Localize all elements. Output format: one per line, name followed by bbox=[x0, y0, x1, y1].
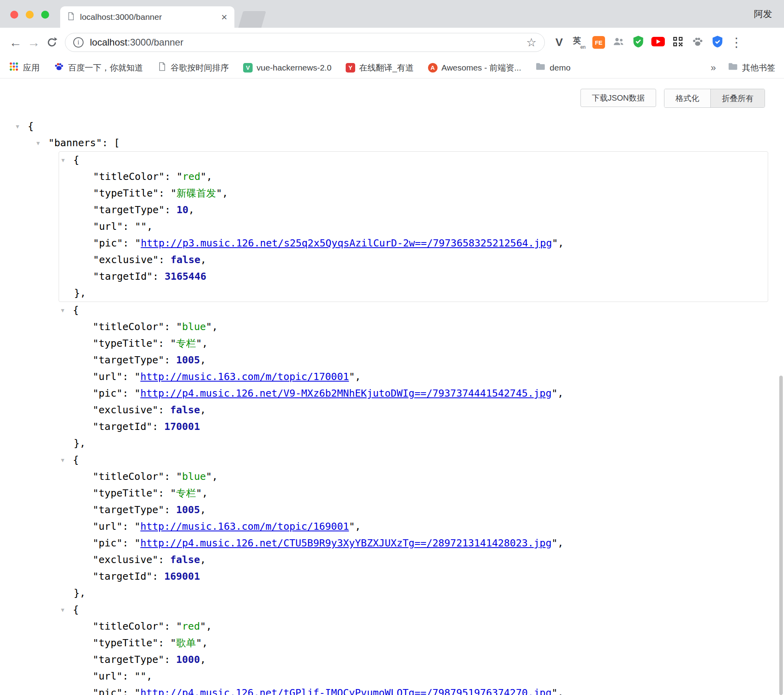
paw-extension-icon bbox=[692, 36, 704, 49]
collapse-toggle-icon[interactable]: ▼ bbox=[36, 135, 48, 151]
collapse-toggle-icon[interactable]: ▼ bbox=[61, 452, 73, 468]
collapse-all-button[interactable]: 折叠所有 bbox=[710, 89, 765, 107]
extension-button[interactable] bbox=[709, 34, 726, 51]
collapse-toggle-icon[interactable]: ▼ bbox=[16, 118, 28, 135]
json-value-string: 专栏 bbox=[176, 338, 196, 349]
json-key: "targetId" bbox=[93, 571, 152, 582]
extension-button[interactable]: V bbox=[550, 34, 568, 51]
json-key: "exclusive" bbox=[93, 254, 159, 265]
json-key: "url" bbox=[93, 371, 122, 382]
json-value-number: 10 bbox=[177, 204, 188, 216]
json-key: "url" bbox=[93, 521, 122, 532]
url-text[interactable]: localhost:3000/banner bbox=[90, 37, 183, 48]
url-input[interactable]: i localhost:3000/banner ☆ bbox=[65, 33, 545, 52]
bookmark-label: 谷歌按时间排序 bbox=[171, 62, 229, 73]
bookmarks-overflow-icon[interactable]: » bbox=[711, 62, 716, 73]
json-key: "targetType" bbox=[93, 654, 164, 665]
extension-button[interactable]: 英en bbox=[570, 34, 588, 51]
tab-title: localhost:3000/banner bbox=[80, 12, 216, 22]
bookmark-star-icon[interactable]: ☆ bbox=[526, 36, 537, 49]
json-line: "pic": "http://p4.music.126.net/V9-MXz6b… bbox=[59, 385, 784, 402]
extension-button[interactable] bbox=[649, 34, 667, 51]
back-button[interactable]: ← bbox=[6, 33, 25, 52]
browser-profile-name[interactable]: 阿发 bbox=[754, 8, 772, 20]
page-content: 下载JSON数据 格式化 折叠所有 ▼{▼"banners": [▼{"titl… bbox=[0, 89, 784, 695]
json-line: ▼{ bbox=[59, 452, 784, 468]
json-line: ▼{ bbox=[59, 302, 784, 319]
bookmark-item[interactable]: demo bbox=[535, 61, 571, 74]
json-value-string: blue bbox=[182, 471, 206, 482]
json-line: ▼{ bbox=[59, 152, 768, 168]
json-key: "titleColor" bbox=[93, 321, 164, 332]
collapse-toggle-icon[interactable]: ▼ bbox=[61, 302, 73, 319]
json-value-boolean: false bbox=[170, 554, 200, 565]
json-line: "exclusive": false, bbox=[59, 552, 784, 568]
close-tab-icon[interactable]: × bbox=[221, 12, 228, 22]
collapse-toggle-icon[interactable]: ▼ bbox=[61, 601, 73, 618]
format-collapse-button-group: 格式化 折叠所有 bbox=[664, 89, 765, 108]
json-line: "exclusive": false, bbox=[59, 402, 784, 418]
other-bookmarks-folder[interactable]: 其他书签 bbox=[728, 61, 775, 74]
bookmark-item[interactable]: Vvue-hackernews-2.0 bbox=[243, 63, 331, 73]
bookmarks-bar: 应用百度一下，你就知道谷歌按时间排序Vvue-hackernews-2.0Y在线… bbox=[0, 57, 784, 78]
baidu-paw-icon bbox=[54, 61, 64, 74]
bookmark-item[interactable]: 应用 bbox=[9, 61, 40, 74]
bookmark-item[interactable]: 百度一下，你就知道 bbox=[54, 61, 143, 74]
json-line: }, bbox=[59, 585, 784, 601]
json-key: "typeTitle" bbox=[93, 487, 158, 499]
bookmark-label: vue-hackernews-2.0 bbox=[257, 63, 331, 73]
fullscreen-window-button[interactable] bbox=[41, 11, 49, 19]
fe-extension-icon: FE bbox=[592, 36, 605, 49]
extension-button[interactable] bbox=[630, 34, 647, 51]
browser-menu-icon[interactable]: ⋮ bbox=[726, 35, 747, 50]
json-key: "typeTitle" bbox=[93, 187, 159, 199]
bookmark-item[interactable]: AAwesomes - 前端资... bbox=[428, 62, 521, 73]
json-line: "url": "", bbox=[59, 218, 768, 235]
json-key: "targetType" bbox=[93, 504, 164, 516]
new-tab-button[interactable] bbox=[238, 11, 266, 28]
json-value-string: 专栏 bbox=[176, 487, 196, 499]
bookmark-item[interactable]: 谷歌按时间排序 bbox=[157, 62, 229, 73]
json-value-number: 1000 bbox=[176, 654, 200, 665]
json-key: "url" bbox=[93, 221, 123, 232]
extension-button[interactable] bbox=[610, 34, 627, 51]
folder-icon bbox=[728, 61, 738, 74]
bookmark-label: 在线翻译_有道 bbox=[359, 62, 414, 73]
json-link[interactable]: http://p4.music.126.net/V9-MXz6b2MNhEKju… bbox=[140, 388, 552, 399]
json-key: "titleColor" bbox=[93, 171, 165, 182]
json-link[interactable]: http://music.163.com/m/topic/169001 bbox=[140, 521, 349, 532]
json-line: "titleColor": "red", bbox=[59, 168, 768, 185]
browser-tab[interactable]: localhost:3000/banner × bbox=[60, 6, 234, 28]
reload-button[interactable] bbox=[43, 33, 61, 52]
extension-button[interactable] bbox=[689, 34, 706, 51]
bookmark-item[interactable]: Y在线翻译_有道 bbox=[346, 62, 414, 73]
collapse-toggle-icon[interactable]: ▼ bbox=[61, 152, 73, 168]
download-json-button[interactable]: 下载JSON数据 bbox=[580, 89, 656, 107]
vertical-scrollbar[interactable] bbox=[779, 376, 783, 695]
json-link[interactable]: http://p4.music.126.net/CTU5B9R9y3XyYBZX… bbox=[140, 537, 552, 549]
format-button[interactable]: 格式化 bbox=[664, 89, 710, 107]
json-line: "typeTitle": "专栏", bbox=[59, 485, 784, 502]
json-link[interactable]: http://music.163.com/m/topic/170001 bbox=[140, 371, 349, 382]
json-line: "typeTitle": "新碟首发", bbox=[59, 185, 768, 202]
json-link[interactable]: http://p4.music.126.net/tGPljf-IMOCyPvum… bbox=[140, 687, 552, 695]
json-line: "titleColor": "blue", bbox=[59, 468, 784, 485]
forward-button[interactable]: → bbox=[25, 33, 43, 52]
close-window-button[interactable] bbox=[10, 11, 18, 19]
extension-button[interactable]: FE bbox=[590, 34, 607, 51]
awesomes-icon: A bbox=[428, 63, 438, 73]
json-value-string: red bbox=[182, 621, 200, 632]
json-line: "url": "http://music.163.com/m/topic/170… bbox=[59, 369, 784, 385]
bookmark-label: 应用 bbox=[23, 62, 40, 73]
json-line: "typeTitle": "专栏", bbox=[59, 335, 784, 352]
minimize-window-button[interactable] bbox=[26, 11, 34, 19]
json-value-number: 170001 bbox=[164, 421, 200, 432]
json-link[interactable]: http://p3.music.126.net/s25q2x5QyqsAzilC… bbox=[141, 237, 552, 249]
extension-button[interactable] bbox=[669, 34, 687, 51]
json-key: "targetId" bbox=[93, 271, 153, 282]
json-line: "titleColor": "red", bbox=[59, 618, 784, 635]
site-info-icon[interactable]: i bbox=[73, 37, 84, 48]
json-key: "exclusive" bbox=[93, 404, 158, 416]
json-line: "pic": "http://p4.music.126.net/CTU5B9R9… bbox=[59, 535, 784, 552]
json-key: "exclusive" bbox=[93, 554, 158, 565]
